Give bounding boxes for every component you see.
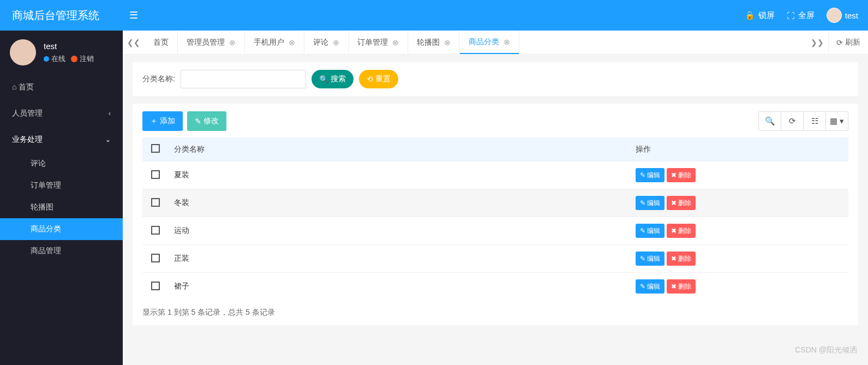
menu-people[interactable]: 人员管理 ‹	[0, 100, 123, 127]
tab-label: 订单管理	[357, 38, 388, 47]
close-icon[interactable]: ⊗	[289, 38, 295, 47]
delete-button[interactable]: ✖删除	[667, 196, 696, 210]
tab-6[interactable]: 商品分类⊗	[460, 31, 519, 54]
tab-4[interactable]: 订单管理⊗	[349, 31, 408, 54]
online-label: 在线	[51, 54, 65, 64]
table-row: 正装 ✎编辑 ✖删除	[142, 245, 848, 273]
menu-category[interactable]: 商品分类	[0, 218, 123, 240]
logout-link[interactable]: 注销	[80, 54, 94, 64]
menu-comment[interactable]: 评论	[0, 153, 123, 175]
delete-icon: ✖	[671, 171, 677, 179]
close-icon[interactable]: ⊗	[392, 38, 399, 47]
row-checkbox[interactable]	[151, 282, 160, 290]
edit-icon: ✎	[195, 117, 201, 125]
chevron-left-icon: ‹	[109, 110, 111, 117]
edit-icon: ✎	[640, 199, 645, 207]
logout-icon[interactable]	[71, 56, 77, 62]
table-row: 裙子 ✎编辑 ✖删除	[142, 273, 848, 301]
row-checkbox[interactable]	[151, 198, 160, 207]
col-name-header: 分类名称	[169, 137, 630, 161]
table-row: 冬装 ✎编辑 ✖删除	[142, 189, 848, 217]
watermark: CSDN @阳光倾洒	[795, 345, 857, 355]
brand-title: 商城后台管理系统	[0, 8, 123, 23]
tab-scroll-right[interactable]: ❯❯	[806, 31, 828, 54]
add-button[interactable]: ＋ 添加	[142, 111, 183, 131]
tool-columns-icon[interactable]: ▦ ▾	[825, 111, 848, 131]
reset-button[interactable]: ⟲ 重置	[359, 70, 398, 88]
tab-label: 轮播图	[417, 38, 440, 47]
menu-business[interactable]: 业务处理 ⌄	[0, 127, 123, 153]
tabs-bar: ❮❮ 首页管理员管理⊗手机用户⊗评论⊗订单管理⊗轮播图⊗商品分类⊗ ❯❯ ⟳ 刷…	[123, 31, 868, 55]
select-all-checkbox[interactable]	[151, 144, 160, 153]
delete-icon: ✖	[671, 227, 677, 235]
search-button[interactable]: 🔍 搜索	[312, 70, 354, 88]
table-row: 运动 ✎编辑 ✖删除	[142, 217, 848, 245]
tab-label: 管理员管理	[187, 38, 225, 47]
menu-order[interactable]: 订单管理	[0, 175, 123, 196]
avatar-icon	[827, 8, 842, 23]
edit-button[interactable]: ✎编辑	[636, 168, 665, 182]
row-name: 冬装	[169, 189, 630, 217]
menu-toggle-icon[interactable]: ☰	[129, 10, 138, 21]
edit-button[interactable]: ✎编辑	[636, 279, 665, 294]
modify-button[interactable]: ✎ 修改	[187, 111, 226, 131]
row-name: 运动	[169, 217, 630, 245]
edit-button[interactable]: ✎编辑	[636, 252, 665, 266]
sidebar-user-block: test 在线 注销	[0, 31, 123, 74]
delete-button[interactable]: ✖删除	[667, 279, 696, 294]
fullscreen-icon: ⛶	[787, 11, 795, 20]
tool-refresh-icon[interactable]: ⟳	[781, 111, 804, 131]
tab-scroll-left[interactable]: ❮❮	[123, 31, 145, 54]
menu-carousel[interactable]: 轮播图	[0, 196, 123, 218]
tab-label: 首页	[153, 38, 169, 47]
top-header: 商城后台管理系统 ☰ 🔒 锁屏 ⛶ 全屏 test	[0, 0, 868, 31]
user-label: test	[845, 11, 858, 20]
lock-icon: 🔒	[745, 10, 755, 20]
fullscreen-label: 全屏	[798, 10, 815, 21]
tab-1[interactable]: 管理员管理⊗	[178, 31, 245, 54]
delete-icon: ✖	[671, 283, 677, 290]
user-menu[interactable]: test	[827, 8, 858, 23]
edit-icon: ✎	[640, 171, 645, 179]
tool-toggle-icon[interactable]: ☷	[803, 111, 826, 131]
tab-2[interactable]: 手机用户⊗	[245, 31, 304, 54]
close-icon[interactable]: ⊗	[444, 38, 451, 47]
edit-button[interactable]: ✎编辑	[636, 196, 665, 210]
category-name-input[interactable]	[181, 70, 306, 88]
close-icon[interactable]: ⊗	[333, 38, 339, 47]
tab-5[interactable]: 轮播图⊗	[408, 31, 460, 54]
category-table: 分类名称 操作 夏装 ✎编辑 ✖删除 冬装 ✎编辑 ✖删除 运动 ✎编辑 ✖删除…	[142, 137, 848, 300]
search-panel: 分类名称: 🔍 搜索 ⟲ 重置	[133, 62, 858, 96]
tab-label: 手机用户	[254, 38, 284, 47]
edit-button[interactable]: ✎编辑	[636, 224, 665, 238]
delete-icon: ✖	[671, 255, 677, 262]
search-icon: 🔍	[319, 75, 328, 83]
plus-icon: ＋	[150, 116, 158, 126]
edit-icon: ✎	[640, 227, 645, 235]
home-icon: ⌂	[12, 82, 16, 91]
search-label: 分类名称:	[142, 74, 175, 84]
delete-button[interactable]: ✖删除	[667, 224, 696, 238]
close-icon[interactable]: ⊗	[504, 38, 510, 46]
col-op-header: 操作	[630, 137, 848, 161]
reset-icon: ⟲	[367, 75, 373, 83]
menu-home[interactable]: ⌂ 首页	[0, 74, 123, 100]
close-icon[interactable]: ⊗	[229, 38, 236, 47]
menu-product[interactable]: 商品管理	[0, 240, 123, 262]
row-checkbox[interactable]	[151, 226, 160, 235]
delete-button[interactable]: ✖删除	[667, 168, 696, 182]
tab-label: 商品分类	[469, 37, 499, 47]
row-checkbox[interactable]	[151, 170, 160, 179]
refresh-button[interactable]: ⟳ 刷新	[828, 31, 868, 54]
fullscreen-button[interactable]: ⛶ 全屏	[787, 10, 815, 21]
tab-3[interactable]: 评论⊗	[304, 31, 349, 54]
lock-screen-button[interactable]: 🔒 锁屏	[745, 10, 775, 21]
row-checkbox[interactable]	[151, 254, 160, 262]
tab-0[interactable]: 首页	[145, 31, 178, 54]
edit-icon: ✎	[640, 283, 645, 290]
sidebar: test 在线 注销 ⌂ 首页 人员管理 ‹ 业务处理 ⌄ 评论 订单管理 轮播…	[0, 31, 123, 365]
tab-label: 评论	[313, 38, 328, 47]
delete-button[interactable]: ✖删除	[667, 252, 696, 266]
tool-search-icon[interactable]: 🔍	[758, 111, 781, 131]
delete-icon: ✖	[671, 199, 677, 207]
